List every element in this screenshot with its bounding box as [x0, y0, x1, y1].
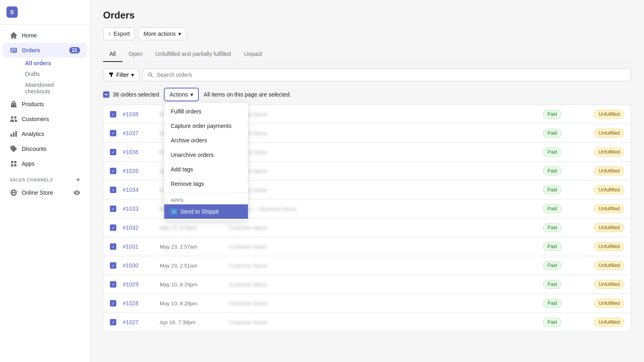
online-store-settings-icon[interactable]	[74, 189, 80, 196]
actions-dropdown-menu: Fulfill orders Capture order payments Ar…	[164, 102, 248, 221]
table-row: ✓ #1029 May 10, 8:29pm Customer Name Pai…	[103, 275, 631, 294]
sidebar-item-customers[interactable]: Customers	[3, 112, 87, 126]
status-badge: Unfulfilled	[594, 280, 624, 289]
row-checkbox[interactable]: ✓	[110, 111, 116, 117]
more-actions-button[interactable]: More actions ▾	[138, 27, 186, 40]
payment-badge: Paid	[543, 204, 561, 213]
selection-bar: 38 orders selected Actions ▾ Fulfill ord…	[103, 88, 631, 101]
filter-button[interactable]: Filter ▾	[103, 68, 139, 81]
dropdown-item-capture[interactable]: Capture order payments	[164, 119, 248, 133]
order-customer: Customer — Business Name	[229, 206, 538, 212]
sidebar-item-home[interactable]: Home	[3, 28, 87, 43]
sidebar-item-online-store[interactable]: Online Store	[3, 185, 87, 200]
row-checkbox[interactable]: ✓	[110, 206, 116, 212]
row-checkbox[interactable]: ✓	[110, 281, 116, 288]
export-button[interactable]: ↑ Export	[103, 27, 135, 40]
sidebar-item-apps-label: Apps	[22, 160, 35, 167]
order-id[interactable]: #1036	[123, 149, 155, 155]
payment-badge: Paid	[543, 280, 561, 289]
main-content-area: Orders ↑ Export More actions ▾ All Open …	[90, 0, 644, 362]
tab-unpaid[interactable]: Unpaid	[237, 47, 268, 62]
sidebar-item-apps[interactable]: Apps	[3, 156, 87, 171]
order-customer: Customer Name	[229, 149, 538, 155]
row-checkbox[interactable]: ✓	[110, 300, 116, 306]
dropdown-item-shippit[interactable]: ∞ Send to Shippit	[164, 204, 248, 219]
order-id[interactable]: #1035	[123, 168, 155, 174]
row-checkbox[interactable]: ✓	[110, 168, 116, 174]
order-customer: Customer Name	[229, 111, 538, 117]
sidebar-item-online-store-label: Online Store	[22, 189, 53, 196]
sidebar-item-analytics[interactable]: Analytics	[3, 127, 87, 141]
order-customer: Customer Name	[229, 300, 538, 306]
export-label: Export	[114, 31, 130, 37]
search-input[interactable]	[157, 72, 626, 78]
sidebar-item-analytics-label: Analytics	[22, 131, 44, 137]
payment-badge: Paid	[543, 242, 561, 251]
status-badge: Unfulfilled	[594, 110, 624, 119]
order-date: May 23, 6:50pm	[160, 225, 224, 231]
tab-open[interactable]: Open	[122, 47, 149, 62]
order-id[interactable]: #1037	[123, 130, 155, 136]
chevron-down-icon: ▾	[178, 31, 181, 37]
row-checkbox[interactable]: ✓	[110, 319, 116, 325]
row-checkbox[interactable]: ✓	[110, 149, 116, 155]
order-id[interactable]: #1030	[123, 262, 155, 269]
dropdown-item-remove-tags[interactable]: Remove tags	[164, 177, 248, 191]
shippit-label: Send to Shippit	[180, 208, 219, 215]
sidebar-item-products-label: Products	[22, 101, 44, 107]
more-actions-label: More actions	[143, 31, 175, 37]
dropdown-item-add-tags[interactable]: Add tags	[164, 162, 248, 177]
dropdown-item-fulfill[interactable]: Fulfill orders	[164, 104, 248, 119]
row-checkbox[interactable]: ✓	[110, 243, 116, 250]
order-customer: Customer Name	[229, 187, 538, 193]
filter-chevron-icon: ▾	[131, 72, 134, 78]
status-badge: Unfulfilled	[594, 299, 624, 308]
sidebar-item-abandoned-checkouts[interactable]: Abandoned checkouts	[22, 80, 87, 97]
table-row: ✓ #1032 May 23, 6:50pm Customer Name Pai…	[103, 218, 631, 237]
payment-badge: Paid	[543, 167, 561, 175]
tab-unfulfilled[interactable]: Unfulfilled and partially fulfilled	[149, 47, 237, 62]
order-id[interactable]: #1029	[123, 281, 155, 288]
actions-dropdown-container: Actions ▾ Fulfill orders Capture order p…	[164, 88, 199, 101]
order-id[interactable]: #1034	[123, 187, 155, 193]
status-badge: Unfulfilled	[594, 261, 624, 270]
order-date: May 23, 2:51am	[160, 263, 224, 269]
order-date: May 23, 2:57am	[160, 244, 224, 250]
status-badge: Unfulfilled	[594, 223, 624, 232]
order-id[interactable]: #1033	[123, 206, 155, 212]
filter-label: Filter	[116, 72, 129, 78]
search-box[interactable]	[142, 68, 631, 81]
status-badge: Unfulfilled	[594, 242, 624, 251]
order-id[interactable]: #1038	[123, 111, 155, 117]
order-id[interactable]: #1028	[123, 300, 155, 306]
status-badge: Unfulfilled	[594, 129, 624, 138]
order-id[interactable]: #1027	[123, 319, 155, 325]
payment-badge: Paid	[543, 148, 561, 156]
row-checkbox[interactable]: ✓	[110, 187, 116, 193]
tab-all[interactable]: All	[103, 47, 122, 62]
add-sales-channel-button[interactable]: +	[76, 176, 80, 183]
row-checkbox[interactable]: ✓	[110, 224, 116, 231]
order-id[interactable]: #1031	[123, 243, 155, 250]
home-icon	[10, 31, 18, 39]
sidebar-item-orders[interactable]: Orders 21	[3, 43, 87, 58]
sidebar-item-discounts[interactable]: Discounts	[3, 142, 87, 156]
actions-button[interactable]: Actions ▾	[164, 88, 199, 101]
row-checkbox[interactable]: ✓	[110, 262, 116, 269]
sidebar-item-products[interactable]: Products	[3, 97, 87, 111]
status-badge: Unfulfilled	[594, 167, 624, 175]
select-all-checkbox[interactable]	[103, 91, 109, 98]
dropdown-item-unarchive[interactable]: Unarchive orders	[164, 148, 248, 162]
row-checkbox[interactable]: ✓	[110, 130, 116, 136]
sidebar-item-drafts[interactable]: Drafts	[22, 69, 87, 79]
dropdown-item-archive[interactable]: Archive orders	[164, 133, 248, 148]
sidebar-logo: S	[0, 0, 90, 25]
order-id[interactable]: #1032	[123, 224, 155, 231]
order-customer: Customer Name	[229, 319, 538, 325]
orders-subnav: All orders Drafts Abandoned checkouts	[0, 58, 90, 97]
sidebar-item-all-orders[interactable]: All orders	[22, 58, 87, 68]
payment-badge: Paid	[543, 110, 561, 119]
order-customer: Customer Name	[229, 168, 538, 174]
customers-icon	[10, 115, 18, 123]
sidebar-item-discounts-label: Discounts	[22, 146, 46, 152]
